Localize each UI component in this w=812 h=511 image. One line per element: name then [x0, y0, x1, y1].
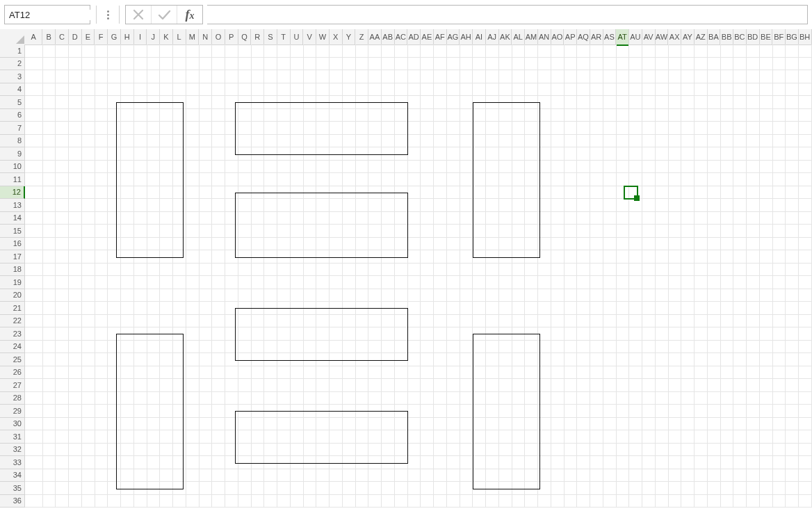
row-header[interactable]: 32: [0, 444, 25, 457]
column-header[interactable]: V: [303, 29, 316, 45]
row-header[interactable]: 24: [0, 341, 25, 354]
column-header[interactable]: BF: [772, 29, 786, 45]
column-header[interactable]: AE: [421, 29, 434, 45]
row-headers[interactable]: 1234567891011121314151617181920212223242…: [0, 44, 25, 511]
column-header[interactable]: N: [199, 29, 212, 45]
row-header[interactable]: 36: [0, 495, 25, 508]
column-header[interactable]: BH: [799, 29, 812, 45]
column-header[interactable]: D: [69, 29, 82, 45]
more-button[interactable]: [102, 10, 113, 19]
row-header[interactable]: 18: [0, 263, 25, 277]
column-header[interactable]: BG: [786, 29, 799, 45]
column-header[interactable]: AD: [407, 29, 421, 45]
column-header[interactable]: AY: [681, 29, 695, 45]
column-header[interactable]: C: [56, 29, 69, 45]
formula-input[interactable]: [207, 5, 808, 24]
cells-area[interactable]: [25, 44, 812, 511]
row-header[interactable]: 9: [0, 147, 25, 161]
row-header[interactable]: 7: [0, 122, 25, 135]
row-header[interactable]: 16: [0, 238, 25, 251]
row-header[interactable]: 34: [0, 469, 25, 482]
column-header[interactable]: AO: [551, 29, 565, 45]
row-header[interactable]: 6: [0, 109, 25, 122]
column-header[interactable]: R: [251, 29, 264, 45]
column-header[interactable]: AK: [499, 29, 512, 45]
column-header[interactable]: O: [212, 29, 225, 45]
column-header[interactable]: Z: [355, 29, 368, 45]
column-header[interactable]: G: [108, 29, 121, 45]
row-header[interactable]: 27: [0, 379, 25, 392]
row-header[interactable]: 17: [0, 250, 25, 263]
row-header[interactable]: 1: [0, 44, 25, 58]
column-header[interactable]: F: [95, 29, 108, 45]
column-header[interactable]: AH: [460, 29, 473, 45]
column-header[interactable]: BE: [760, 29, 773, 45]
column-header[interactable]: Q: [238, 29, 252, 45]
row-header[interactable]: 31: [0, 430, 25, 444]
row-header[interactable]: 26: [0, 366, 25, 380]
column-header[interactable]: AN: [538, 29, 551, 45]
row-header[interactable]: 21: [0, 302, 25, 315]
column-header[interactable]: I: [134, 29, 147, 45]
column-header[interactable]: AJ: [486, 29, 499, 45]
column-header[interactable]: E: [82, 29, 95, 45]
row-header[interactable]: 4: [0, 83, 25, 97]
column-header[interactable]: AF: [434, 29, 447, 45]
column-header[interactable]: AR: [590, 29, 603, 45]
name-box[interactable]: [4, 5, 90, 24]
column-header[interactable]: K: [160, 29, 173, 45]
column-header[interactable]: AS: [603, 29, 617, 45]
row-header[interactable]: 35: [0, 482, 25, 495]
column-headers[interactable]: ABCDEFGHIJKLMNOPQRSTUVWXYZAAABACADAEAFAG…: [25, 29, 812, 44]
column-header[interactable]: AV: [642, 29, 656, 45]
row-header[interactable]: 23: [0, 327, 25, 341]
column-header[interactable]: X: [330, 29, 343, 45]
row-header[interactable]: 13: [0, 199, 25, 212]
row-header[interactable]: 28: [0, 392, 25, 405]
column-header[interactable]: BD: [747, 29, 760, 45]
column-header[interactable]: AX: [668, 29, 681, 45]
row-header[interactable]: 29: [0, 405, 25, 418]
column-header[interactable]: A: [25, 29, 42, 45]
column-header[interactable]: AQ: [577, 29, 590, 45]
column-header[interactable]: AT: [616, 29, 629, 46]
column-header[interactable]: AM: [525, 29, 538, 45]
row-header[interactable]: 5: [0, 96, 25, 109]
row-header[interactable]: 22: [0, 315, 25, 328]
select-all-corner[interactable]: [0, 29, 26, 45]
row-header[interactable]: 11: [0, 173, 25, 186]
column-header[interactable]: AU: [629, 29, 642, 45]
row-header[interactable]: 8: [0, 135, 25, 148]
column-header[interactable]: BC: [733, 29, 747, 45]
column-header[interactable]: AB: [382, 29, 395, 45]
column-header[interactable]: AC: [395, 29, 408, 45]
row-header[interactable]: 3: [0, 70, 25, 83]
column-header[interactable]: AI: [473, 29, 486, 45]
column-header[interactable]: B: [42, 29, 56, 45]
column-header[interactable]: H: [121, 29, 134, 45]
row-header[interactable]: 20: [0, 289, 25, 302]
row-header[interactable]: 19: [0, 276, 25, 289]
row-header[interactable]: 25: [0, 353, 25, 366]
column-header[interactable]: BB: [720, 29, 733, 45]
column-header[interactable]: AG: [447, 29, 460, 45]
column-header[interactable]: Y: [343, 29, 356, 45]
column-header[interactable]: J: [147, 29, 160, 45]
row-header[interactable]: 12: [0, 186, 25, 200]
column-header[interactable]: AP: [564, 29, 577, 45]
row-header[interactable]: 15: [0, 225, 25, 238]
column-header[interactable]: L: [173, 29, 186, 45]
column-header[interactable]: M: [186, 29, 200, 45]
column-header[interactable]: U: [291, 29, 304, 45]
insert-function-button[interactable]: fx: [177, 6, 202, 24]
row-header[interactable]: 2: [0, 58, 25, 71]
row-header[interactable]: 33: [0, 456, 25, 469]
row-header[interactable]: 10: [0, 161, 25, 174]
row-header[interactable]: 14: [0, 212, 25, 225]
column-header[interactable]: AL: [512, 29, 525, 45]
column-header[interactable]: S: [264, 29, 277, 45]
column-header[interactable]: AZ: [695, 29, 708, 45]
column-header[interactable]: W: [316, 29, 330, 45]
row-header[interactable]: 30: [0, 418, 25, 431]
column-header[interactable]: AW: [656, 29, 669, 45]
